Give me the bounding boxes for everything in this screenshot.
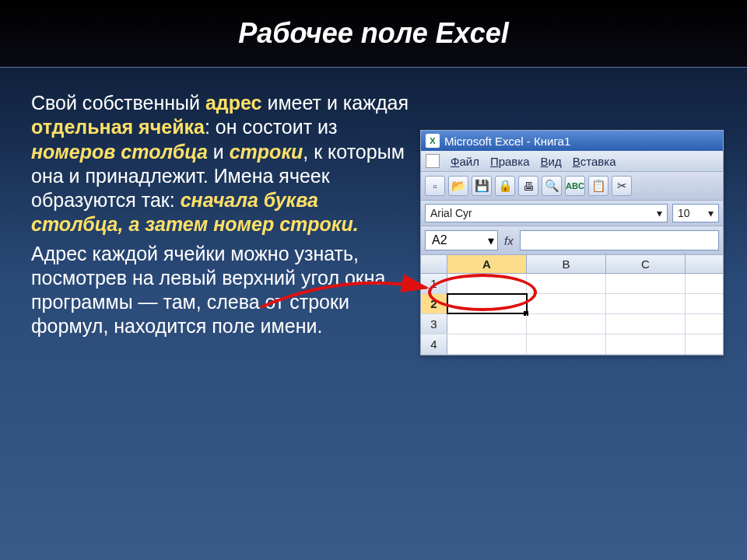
cell-a4[interactable] xyxy=(447,334,527,354)
cell-b1[interactable] xyxy=(527,274,606,293)
row-header-2[interactable]: 2 xyxy=(421,294,447,313)
save-icon[interactable]: 💾 xyxy=(472,176,492,196)
cell-a2[interactable] xyxy=(447,294,527,313)
cell-b2[interactable] xyxy=(527,294,606,313)
cell-b4[interactable] xyxy=(527,334,606,354)
cell-c3[interactable] xyxy=(606,314,686,334)
row-header-1[interactable]: 1 xyxy=(421,274,447,293)
explanation-text: Свой собственный адрес имеет и каждая от… xyxy=(31,91,412,355)
cell-a3[interactable] xyxy=(447,314,527,334)
paragraph-2: Адрес каждой ячейки можно узнать, посмот… xyxy=(31,242,412,339)
row-2: 2 xyxy=(421,294,723,314)
font-name-select[interactable]: Arial Cyr ▾ xyxy=(425,204,668,222)
excel-window: X Microsoft Excel - Книга1 Файл Правка В… xyxy=(420,130,724,355)
formula-bar: A2 ▾ fx xyxy=(421,226,723,255)
highlight-cell: отдельная ячейка xyxy=(31,116,205,138)
menu-insert[interactable]: Вставка xyxy=(573,155,616,168)
highlight-address: адрес xyxy=(205,92,262,114)
font-size-select[interactable]: 10 ▾ xyxy=(672,204,719,222)
menu-view[interactable]: Вид xyxy=(541,155,562,168)
row-1: 1 xyxy=(421,274,723,294)
fx-icon[interactable]: fx xyxy=(504,234,514,247)
open-icon[interactable]: 📂 xyxy=(448,176,468,196)
highlight-column-number: номеров столбца xyxy=(31,141,208,163)
column-header-a[interactable]: A xyxy=(447,255,527,273)
column-header-c[interactable]: C xyxy=(606,255,686,273)
row-3: 3 xyxy=(421,314,723,334)
name-box[interactable]: A2 ▾ xyxy=(425,230,498,250)
chevron-down-icon: ▾ xyxy=(488,233,494,248)
cell-a1[interactable] xyxy=(447,274,527,293)
menu-edit[interactable]: Правка xyxy=(490,155,530,168)
spelling-icon[interactable]: ABC xyxy=(565,176,585,196)
document-icon xyxy=(426,154,440,168)
research-icon[interactable]: 📋 xyxy=(588,176,608,196)
paragraph-1: Свой собственный адрес имеет и каждая от… xyxy=(31,91,412,237)
cell-c2[interactable] xyxy=(606,294,686,313)
preview-icon[interactable]: 🔍 xyxy=(542,176,562,196)
slide-title: Рабочее поле Excel xyxy=(0,0,747,68)
cell-b3[interactable] xyxy=(527,314,606,334)
content-area: Свой собственный адрес имеет и каждая от… xyxy=(0,68,747,379)
cell-c1[interactable] xyxy=(606,274,686,293)
select-all-corner[interactable] xyxy=(421,255,447,273)
cut-icon[interactable]: ✂ xyxy=(612,176,632,196)
new-icon[interactable]: ▫ xyxy=(425,176,445,196)
worksheet-grid: A B C 1 2 3 4 xyxy=(421,255,723,355)
excel-app-icon: X xyxy=(426,134,440,148)
name-box-value: A2 xyxy=(432,233,447,247)
row-header-3[interactable]: 3 xyxy=(421,314,447,334)
cell-c4[interactable] xyxy=(606,334,686,354)
excel-title-text: Microsoft Excel - Книга1 xyxy=(444,135,570,148)
row-4: 4 xyxy=(421,334,723,355)
excel-titlebar: X Microsoft Excel - Книга1 xyxy=(421,131,723,151)
chevron-down-icon: ▾ xyxy=(708,207,714,219)
print-icon[interactable]: 🖶 xyxy=(518,176,538,196)
highlight-row: строки xyxy=(230,141,303,163)
formula-input[interactable] xyxy=(520,230,719,250)
standard-toolbar: ▫ 📂 💾 🔒 🖶 🔍 ABC 📋 ✂ xyxy=(421,172,723,201)
row-header-4[interactable]: 4 xyxy=(421,334,447,354)
menu-bar: Файл Правка Вид Вставка xyxy=(421,151,723,172)
permission-icon[interactable]: 🔒 xyxy=(495,176,515,196)
formatting-toolbar: Arial Cyr ▾ 10 ▾ xyxy=(421,201,723,226)
menu-file[interactable]: Файл xyxy=(451,155,479,168)
chevron-down-icon: ▾ xyxy=(657,207,662,219)
font-name-value: Arial Cyr xyxy=(430,207,472,219)
font-size-value: 10 xyxy=(678,207,690,219)
column-header-b[interactable]: B xyxy=(527,255,606,273)
column-header-row: A B C xyxy=(421,255,723,274)
